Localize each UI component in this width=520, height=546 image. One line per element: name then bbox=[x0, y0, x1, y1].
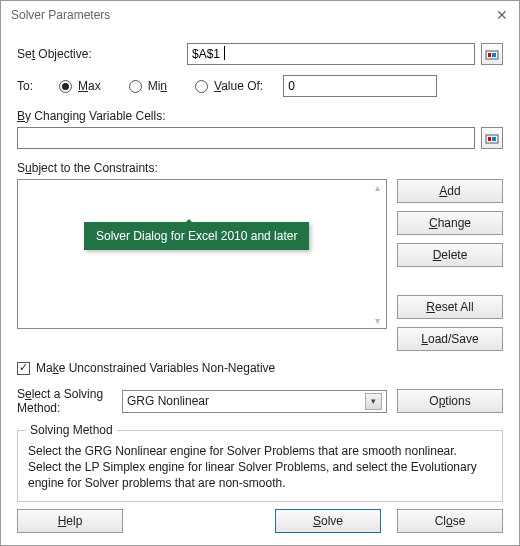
method-label: Select a SolvingMethod: bbox=[17, 387, 112, 416]
reset-all-button[interactable]: Reset All bbox=[397, 295, 503, 319]
close-icon[interactable]: ✕ bbox=[493, 6, 511, 24]
solving-method-group: Solving Method Select the GRG Nonlinear … bbox=[17, 430, 503, 503]
svg-rect-1 bbox=[488, 53, 491, 57]
nonneg-label: Make Unconstrained Variables Non-Negativ… bbox=[36, 361, 275, 375]
radio-icon bbox=[129, 80, 142, 93]
method-selected-value: GRG Nonlinear bbox=[127, 394, 209, 408]
changing-cells-input[interactable] bbox=[17, 127, 475, 149]
chevron-down-icon: ▾ bbox=[365, 393, 382, 410]
load-save-button[interactable]: Load/Save bbox=[397, 327, 503, 351]
group-description: Select the GRG Nonlinear engine for Solv… bbox=[28, 443, 492, 492]
radio-icon bbox=[59, 80, 72, 93]
radio-min[interactable]: Min bbox=[129, 79, 167, 93]
to-label: To: bbox=[17, 79, 59, 93]
changing-cells-range-picker-icon[interactable] bbox=[481, 127, 503, 149]
solve-button[interactable]: Solve bbox=[275, 509, 381, 533]
svg-rect-5 bbox=[492, 137, 496, 141]
svg-rect-4 bbox=[488, 137, 491, 141]
set-objective-label: Set Objective: bbox=[17, 47, 187, 61]
objective-input[interactable] bbox=[187, 43, 475, 65]
nonneg-checkbox[interactable] bbox=[17, 362, 30, 375]
delete-button[interactable]: Delete bbox=[397, 243, 503, 267]
chevron-down-icon: ▾ bbox=[370, 315, 384, 326]
radio-value-of[interactable]: Value Of: bbox=[195, 79, 263, 93]
radio-icon bbox=[195, 80, 208, 93]
help-button[interactable]: Help bbox=[17, 509, 123, 533]
callout-tooltip: Solver Dialog for Excel 2010 and later bbox=[84, 222, 309, 250]
add-button[interactable]: Add bbox=[397, 179, 503, 203]
chevron-up-icon: ▴ bbox=[370, 182, 384, 193]
constraints-listbox[interactable]: ▴ ▾ bbox=[17, 179, 387, 329]
radio-max[interactable]: Max bbox=[59, 79, 101, 93]
scrollbar[interactable]: ▴ ▾ bbox=[370, 182, 384, 326]
change-button[interactable]: Change bbox=[397, 211, 503, 235]
svg-rect-2 bbox=[492, 53, 496, 57]
close-button[interactable]: Close bbox=[397, 509, 503, 533]
group-title: Solving Method bbox=[26, 423, 117, 437]
changing-cells-label: By Changing Variable Cells: bbox=[17, 109, 503, 123]
method-select[interactable]: GRG Nonlinear ▾ bbox=[122, 390, 387, 413]
constraints-label: Subject to the Constraints: bbox=[17, 161, 503, 175]
objective-range-picker-icon[interactable] bbox=[481, 43, 503, 65]
options-button[interactable]: Options bbox=[397, 389, 503, 413]
value-of-input[interactable] bbox=[283, 75, 437, 97]
window-title: Solver Parameters bbox=[11, 8, 110, 22]
